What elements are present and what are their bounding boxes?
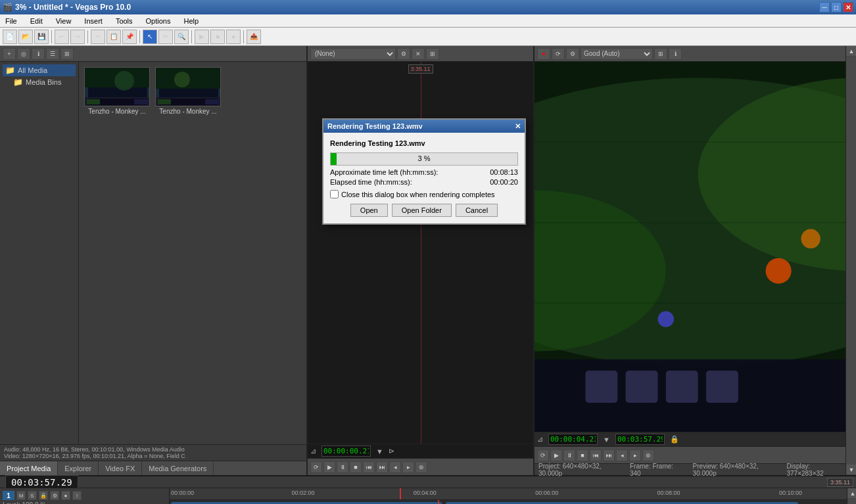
media-item-1[interactable]: Tenzho - Monkey ... — [84, 67, 150, 115]
open-btn[interactable]: 📂 — [18, 30, 33, 44]
tab-video-fx[interactable]: Video FX — [99, 461, 142, 475]
right-mark-icon: ▼ — [603, 436, 610, 444]
right-loop-ctrl[interactable]: ⟳ — [537, 449, 549, 461]
zoom-in-btn[interactable]: 🔍 — [174, 30, 189, 44]
tab-project-media[interactable]: Project Media — [0, 461, 58, 475]
svg-point-11 — [174, 72, 190, 87]
properties-btn[interactable]: ℹ — [32, 48, 45, 60]
prev-play-btn[interactable]: ▶ — [323, 461, 335, 473]
menu-help[interactable]: Help — [181, 16, 201, 26]
right-loop-btn[interactable]: ⟳ — [552, 48, 565, 60]
tab-explorer[interactable]: Explorer — [58, 461, 99, 475]
prev-goto-end[interactable]: ⏭ — [376, 461, 388, 473]
preview-dropdown[interactable]: (None) — [310, 48, 396, 60]
track-1-expand[interactable]: ⚙ — [50, 491, 59, 500]
select-tool[interactable]: ↖ — [143, 30, 157, 44]
right-frame-back[interactable]: ◂ — [616, 449, 628, 461]
svg-rect-35 — [706, 371, 738, 403]
display-spec: Display: 377×283×32 — [786, 463, 842, 477]
right-view-btn[interactable]: ⊞ — [654, 48, 667, 60]
right-stop-ctrl[interactable]: ■ — [577, 449, 588, 461]
copy-btn[interactable]: 📋 — [107, 30, 121, 44]
right-scrollbar[interactable]: ▲ ▼ — [845, 46, 856, 475]
rec-btn[interactable]: ● — [537, 48, 550, 60]
menu-options[interactable]: Options — [143, 16, 174, 26]
right-next-ctrl[interactable]: ⏭ — [603, 449, 615, 461]
menu-insert[interactable]: Insert — [82, 16, 105, 26]
right-prev-ctrl[interactable]: ⏮ — [590, 449, 602, 461]
track-1-mute[interactable]: M — [16, 491, 26, 500]
right-jog[interactable]: ⊚ — [642, 449, 654, 461]
prev-jog-wheel[interactable]: ⊚ — [416, 461, 427, 473]
preview-timecode-input[interactable] — [321, 446, 371, 457]
all-media-item[interactable]: 📁 All Media — [3, 64, 76, 76]
media-item-label-2: Tenzho - Monkey ... — [155, 108, 221, 115]
track-1-options[interactable]: ● — [61, 491, 70, 500]
import-btn[interactable]: + — [3, 48, 16, 60]
menu-file[interactable]: File — [3, 16, 20, 26]
preview-btn-3[interactable]: ⊞ — [426, 48, 439, 60]
dialog-open-btn[interactable]: Open — [350, 204, 388, 217]
preview-spec: Preview: 640×480×32, 30.000p — [693, 463, 774, 477]
right-play-ctrl[interactable]: ▶ — [550, 449, 562, 461]
scroll-down-btn[interactable]: ▼ — [846, 465, 856, 475]
prev-frame-back[interactable]: ◂ — [389, 461, 401, 473]
preview-btn-2[interactable]: ✕ — [412, 48, 425, 60]
right-info-btn[interactable]: ℹ — [669, 48, 682, 60]
tl-scroll-thumb[interactable] — [847, 499, 856, 504]
redo-btn[interactable]: ↪ — [70, 30, 85, 44]
prev-pause-btn[interactable]: ⏸ — [337, 461, 348, 473]
prev-stop-btn[interactable]: ■ — [350, 461, 362, 473]
media-status: Audio: 48,000 Hz, 16 Bit, Stereo, 00:10:… — [0, 444, 306, 461]
dialog-time-left-label: Approximate time left (hh:mm:ss): — [330, 168, 438, 176]
render-btn[interactable]: 📤 — [247, 30, 261, 44]
dialog-cancel-btn[interactable]: Cancel — [456, 204, 498, 217]
prev-frame-fwd[interactable]: ▸ — [402, 461, 414, 473]
folder-icon-2: 📁 — [13, 78, 23, 87]
maximize-button[interactable]: □ — [831, 2, 842, 12]
track-1-fx[interactable]: ! — [72, 491, 82, 500]
svg-rect-14 — [158, 99, 171, 104]
new-btn[interactable]: 📄 — [3, 30, 17, 44]
prev-loop-btn[interactable]: ⟳ — [310, 461, 322, 473]
track-1-lock[interactable]: 🔒 — [39, 491, 48, 500]
menu-view[interactable]: View — [53, 16, 74, 26]
right-duration-input[interactable] — [615, 434, 665, 445]
right-pause-ctrl[interactable]: ⏸ — [563, 449, 575, 461]
close-button[interactable]: ✕ — [843, 2, 853, 12]
right-frame-fwd[interactable]: ▸ — [629, 449, 641, 461]
edit-tool[interactable]: ✏ — [158, 30, 173, 44]
prev-start-icon[interactable]: ⊿ — [310, 447, 316, 455]
menu-edit[interactable]: Edit — [28, 16, 45, 26]
save-btn[interactable]: 💾 — [34, 30, 49, 44]
scroll-thumb[interactable] — [846, 57, 856, 465]
paste-btn[interactable]: 📌 — [122, 30, 137, 44]
menu-tools[interactable]: Tools — [113, 16, 135, 26]
svg-point-26 — [658, 311, 674, 327]
prev-goto-start[interactable]: ⏮ — [363, 461, 375, 473]
capture-btn[interactable]: ◎ — [17, 48, 30, 60]
cut-btn[interactable]: ✂ — [91, 30, 105, 44]
thumb-view-btn[interactable]: ⊞ — [60, 48, 74, 60]
record-btn[interactable]: ● — [226, 30, 241, 44]
preview-btn-1[interactable]: ⚙ — [397, 48, 410, 60]
dialog-close-icon[interactable]: ✕ — [515, 122, 521, 131]
dialog-checkbox-row: Close this dialog box when rendering com… — [330, 190, 518, 198]
dialog-close-checkbox[interactable] — [330, 190, 339, 198]
play-btn[interactable]: ▶ — [195, 30, 209, 44]
stop-btn[interactable]: ■ — [210, 30, 225, 44]
timeline-scrollbar[interactable]: ▲ ▼ — [847, 488, 856, 504]
right-prop-btn[interactable]: ⚙ — [566, 48, 579, 60]
quality-dropdown[interactable]: Good (Auto) — [581, 48, 653, 60]
list-view-btn[interactable]: ☰ — [46, 48, 59, 60]
media-bins-item[interactable]: 📁 Media Bins — [3, 76, 76, 88]
right-timecode-input[interactable] — [548, 434, 598, 445]
undo-btn[interactable]: ↩ — [55, 30, 69, 44]
dialog-open-folder-btn[interactable]: Open Folder — [392, 204, 452, 217]
track-1-solo[interactable]: S — [28, 491, 37, 500]
scroll-up-btn[interactable]: ▲ — [846, 46, 856, 57]
media-item-2[interactable]: Tenzho - Monkey ... — [155, 67, 221, 115]
minimize-button[interactable]: ─ — [819, 2, 830, 12]
tab-media-generators[interactable]: Media Generators — [142, 461, 214, 475]
tl-scroll-up[interactable]: ▲ — [847, 488, 856, 499]
